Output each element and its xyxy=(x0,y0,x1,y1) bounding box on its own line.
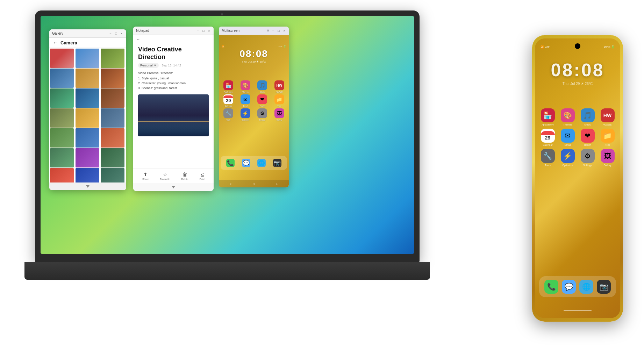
ms-app-themes[interactable]: 🎨 Themes xyxy=(238,80,253,93)
phone-time-number: 08:08 xyxy=(535,59,620,80)
ms-app-optimizer[interactable]: ⚡ Optimizer xyxy=(238,108,253,121)
thumb-6[interactable] xyxy=(101,69,124,88)
thumb-10[interactable] xyxy=(50,108,74,128)
ms-app-email[interactable]: ✉ Email xyxy=(238,94,253,107)
phone-health-label: Health xyxy=(584,144,591,146)
multiscreen-settings-icon[interactable]: ⚙ xyxy=(267,29,269,32)
notepad-line-3: 2. Character: young urban women xyxy=(138,81,209,86)
thumb-4[interactable] xyxy=(50,69,74,88)
phone-dock-browser[interactable]: 🌐 xyxy=(579,280,593,294)
ms-app-tools[interactable]: 🔧 Tools xyxy=(221,108,236,121)
thumb-14[interactable] xyxy=(76,128,99,148)
notepad-tag[interactable]: Personal ▼ xyxy=(138,63,159,68)
phone-app-settings[interactable]: ⚙ Settings xyxy=(579,149,596,166)
ms-settings-icon: ⚙ xyxy=(257,108,267,118)
phone-settings-label: Settings xyxy=(583,164,592,166)
thumb-5[interactable] xyxy=(76,69,99,88)
ms-appgallery-label: AppGallery xyxy=(224,91,233,93)
notepad-maximize[interactable]: □ xyxy=(202,29,205,33)
thumb-16[interactable] xyxy=(50,148,74,167)
thumb-13[interactable] xyxy=(50,128,74,148)
notepad-date: Sep 15, 14:42 xyxy=(162,64,181,67)
thumb-3[interactable] xyxy=(101,49,124,68)
phone-app-themes[interactable]: 🎨 Themes xyxy=(559,108,576,126)
phone-app-optimizer[interactable]: ⚡ Optimizer xyxy=(559,149,576,166)
thumb-17[interactable] xyxy=(76,148,99,167)
multiscreen-minimize[interactable]: − xyxy=(271,29,275,33)
laptop-bezel: Gallery − □ × ← Camera xyxy=(35,10,420,262)
notepad-action-favourite[interactable]: ☆ Favourite xyxy=(160,172,170,180)
phone-app-calendar[interactable]: 29 Calendar xyxy=(539,129,556,146)
notepad-minimize[interactable]: − xyxy=(196,29,200,33)
ms-nav-recents[interactable]: □ xyxy=(276,182,278,186)
thumb-15[interactable] xyxy=(101,128,124,148)
phone-device: 📶 WiFi 26°C 🔋 08:08 Thu, Jul 29 ☀ 26°C 🏪… xyxy=(532,35,623,322)
share-icon: ⬆ xyxy=(143,172,148,177)
notepad-back-arrow[interactable]: ← xyxy=(136,37,140,42)
gallery-maximize[interactable]: □ xyxy=(114,32,118,35)
thumb-8[interactable] xyxy=(76,88,99,108)
phone-app-email[interactable]: ✉ Email xyxy=(559,129,576,146)
notepad-action-delete[interactable]: 🗑 Delete xyxy=(181,172,188,180)
ms-health-icon: ❤ xyxy=(257,94,267,104)
thumb-2[interactable] xyxy=(76,49,99,68)
ms-nav-home[interactable]: ○ xyxy=(253,182,255,186)
phone-app-huawei[interactable]: HW HUAWEI xyxy=(599,108,616,126)
phone-settings-icon: ⚙ xyxy=(581,149,595,163)
ms-app-huawei[interactable]: HW HUAWEI xyxy=(272,80,287,93)
thumb-18[interactable] xyxy=(101,148,124,167)
ms-time-display: 08:08 Thu, Jul 29 ☀ 35°C xyxy=(224,48,284,63)
phone-app-music[interactable]: 🎵 Music xyxy=(579,108,596,126)
phone-dock-messages[interactable]: 💬 xyxy=(562,280,576,294)
phone-dock-camera[interactable]: 📷 xyxy=(597,280,611,294)
notepad-action-print[interactable]: 🖨 Print xyxy=(200,172,205,180)
thumb-9[interactable] xyxy=(101,88,124,108)
gallery-minimize[interactable]: − xyxy=(109,32,112,35)
ms-app-appgallery[interactable]: 🏪 AppGallery xyxy=(221,80,236,93)
notepad-titlebar: Notepad − □ × xyxy=(133,27,214,35)
phone-body: 📶 WiFi 26°C 🔋 08:08 Thu, Jul 29 ☀ 26°C 🏪… xyxy=(532,35,623,322)
notepad-close[interactable]: × xyxy=(207,29,211,33)
ms-files-label: Files xyxy=(277,105,281,107)
ms-app-music[interactable]: 🎵 Music xyxy=(255,80,270,93)
ms-app-settings[interactable]: ⚙ Settings xyxy=(255,108,270,121)
ms-optimizer-label: Optimizer xyxy=(242,119,249,121)
ms-calendar-icon: 29 xyxy=(223,94,233,104)
gallery-back-arrow[interactable]: ← xyxy=(53,40,58,45)
phone-app-gallery[interactable]: 🖼 Gallery xyxy=(599,149,616,166)
ms-app-files[interactable]: 📁 Files xyxy=(272,94,287,107)
notepad-action-share[interactable]: ⬆ Share xyxy=(142,172,149,180)
notepad-nav-triangle xyxy=(172,186,175,188)
thumb-11[interactable] xyxy=(76,108,99,128)
ms-app-icons-grid: 🏪 AppGallery 🎨 Themes 🎵 Music xyxy=(221,80,287,121)
notepad-line-2: 1. Style: quite , casual xyxy=(138,76,209,81)
ms-dock-camera[interactable]: 📷 xyxy=(273,159,281,167)
notepad-note-title: Video Creative Direction xyxy=(138,46,209,61)
ms-dock-phone[interactable]: 📞 xyxy=(226,159,235,167)
phone-app-health[interactable]: ❤ Health xyxy=(579,129,596,146)
multiscreen-title-text: Multiscreen xyxy=(222,29,239,33)
phone-apps-grid: 🏪 AppGallery 🎨 Themes 🎵 Music HW xyxy=(539,108,616,166)
phone-dock-phone[interactable]: 📞 xyxy=(544,280,558,294)
phone-time-large: 08:08 Thu, Jul 29 ☀ 26°C xyxy=(535,59,620,86)
thumb-7[interactable] xyxy=(50,88,74,108)
print-icon: 🖨 xyxy=(200,172,205,177)
phone-app-files[interactable]: 📁 Files xyxy=(599,129,616,146)
phone-app-appgallery[interactable]: 🏪 AppGallery xyxy=(539,108,556,126)
gallery-close[interactable]: × xyxy=(120,32,123,35)
thumb-12[interactable] xyxy=(101,108,124,128)
multiscreen-maximize[interactable]: □ xyxy=(277,29,280,33)
phone-optimizer-icon: ⚡ xyxy=(561,149,575,163)
phone-app-tools[interactable]: 🔧 Tools xyxy=(539,149,556,166)
ms-dock-browser[interactable]: 🌐 xyxy=(257,159,266,167)
gallery-footer xyxy=(49,182,126,190)
ms-app-calendar[interactable]: 29 Calendar xyxy=(221,94,236,107)
ms-nav-back[interactable]: ◁ xyxy=(229,182,232,186)
ms-dock-messages[interactable]: 💬 xyxy=(242,159,250,167)
thumb-1[interactable] xyxy=(50,49,74,68)
ms-app-gallery[interactable]: 🖼 Gallery xyxy=(272,108,287,121)
ms-huawei-icon: HW xyxy=(274,80,284,90)
favourite-label: Favourite xyxy=(160,178,170,180)
multiscreen-close[interactable]: × xyxy=(282,29,286,33)
ms-app-health[interactable]: ❤ Health xyxy=(255,94,270,107)
